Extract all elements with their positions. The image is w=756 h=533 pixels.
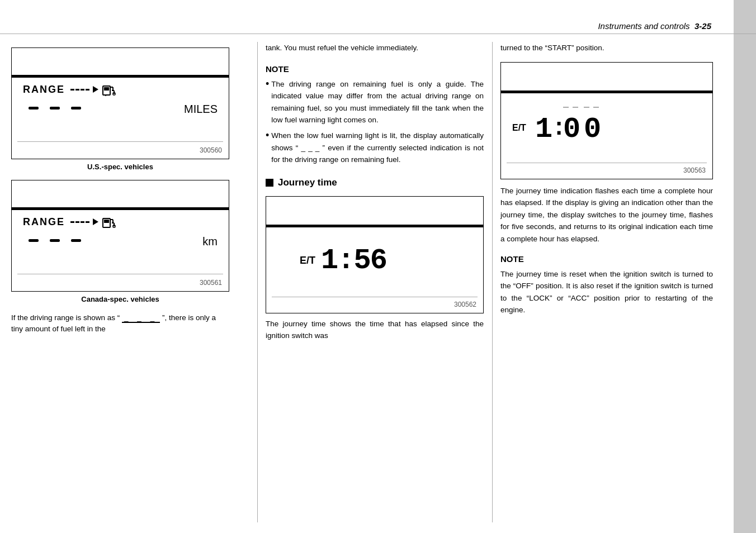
journey-title: Journey time	[266, 177, 484, 188]
left-column: RANGE MILE	[11, 42, 252, 335]
us-bottom-line	[17, 141, 223, 142]
journey-time-display: E/T 1:56	[300, 244, 472, 277]
us-range-arrow	[93, 86, 98, 93]
right-note-body: The journey time is reset when the ignit…	[500, 268, 713, 316]
journey-title-square	[266, 179, 273, 187]
ca-top-bar	[12, 207, 229, 210]
note-bullet-1: • The driving range on remaining fuel is…	[266, 78, 484, 126]
svg-rect-9	[104, 220, 109, 223]
ca-range-label: RANGE	[23, 216, 65, 228]
journey-time-value: 1:56	[321, 244, 386, 277]
right-time-value: 1 : 0 0	[531, 104, 620, 151]
bullet-dot-2: •	[266, 130, 269, 166]
ca-range-arrow	[93, 218, 98, 225]
ca-rd3	[81, 221, 84, 223]
note-bullet-2: • When the low fuel warning light is lit…	[266, 130, 484, 166]
column-divider-1	[257, 42, 258, 522]
us-unit-label: MILES	[184, 103, 218, 116]
right-sidebar-bar	[734, 0, 756, 533]
right-display-box: E/T 1 : 0 0	[500, 62, 713, 179]
ca-dot1	[29, 239, 39, 242]
right-lcd-digit1: 1	[535, 113, 554, 144]
header-title: Instruments and controls 3-25	[598, 21, 711, 31]
us-range-label: RANGE	[23, 84, 65, 96]
bullet-dot-1: •	[266, 78, 269, 126]
note-section: NOTE • The driving range on remaining fu…	[266, 64, 484, 166]
column-divider-2	[492, 42, 493, 522]
right-inner-bar	[501, 91, 712, 93]
ca-rd4	[86, 221, 89, 223]
us-dots-row	[29, 107, 81, 110]
rd1	[70, 89, 74, 91]
right-note-title: NOTE	[500, 254, 724, 264]
ca-code: 300561	[200, 279, 222, 287]
journey-inner-bar	[266, 225, 483, 227]
right-column: turned to the “START” position. E/T 1 : …	[500, 42, 724, 327]
journey-desc: The journey time shows the time that has…	[266, 318, 484, 342]
us-display-box: RANGE MILE	[11, 47, 229, 159]
svg-rect-1	[104, 87, 109, 91]
right-note-section: NOTE The journey time is reset when the …	[500, 254, 724, 316]
dot3	[71, 107, 81, 110]
rd3	[81, 89, 84, 91]
ca-range-row: RANGE	[23, 214, 116, 230]
ca-range-dashes	[70, 221, 89, 223]
ca-bottom-line	[17, 274, 223, 274]
journey-section: Journey time E/T 1:56 300562 The journey…	[266, 177, 484, 342]
note-title: NOTE	[266, 64, 484, 74]
note-bullet-1-text: The driving range on remaining fuel is o…	[271, 78, 484, 126]
ca-unit-label: km	[202, 235, 218, 248]
ca-dots-row	[29, 239, 81, 242]
left-bottom-text: If the driving range is shown as “ _ _ _…	[11, 312, 229, 335]
us-range-dashes	[70, 89, 89, 91]
mid-column: tank. You must refuel the vehicle immedi…	[266, 42, 484, 353]
us-code: 300560	[200, 146, 222, 154]
rd2	[75, 89, 79, 91]
us-spec-label: U.S.-spec. vehicles	[11, 163, 229, 171]
right-et-label: E/T	[512, 123, 526, 133]
right-top-text: turned to the “START” position.	[500, 42, 724, 54]
fuel-pump-icon	[102, 82, 116, 97]
right-desc: The journey time indication flashes each…	[500, 185, 713, 245]
ca-dot3	[71, 239, 81, 242]
ca-rd1	[70, 221, 74, 223]
right-lcd-digit2: 0	[563, 113, 582, 144]
journey-display-box: E/T 1:56 300562	[266, 196, 484, 313]
right-bottom-line	[507, 163, 707, 163]
journey-code: 300562	[454, 301, 476, 308]
right-time-area: E/T 1 : 0 0	[512, 104, 701, 151]
right-time-digits: 1 : 0 0	[531, 104, 620, 151]
journey-time-digits: 1:56	[321, 244, 386, 277]
bottom-text-part1: If the driving range is shown as “ _ _ _…	[11, 313, 216, 333]
ca-fuel-pump-icon	[102, 214, 116, 230]
right-lcd-digit3: 0	[584, 113, 602, 144]
journey-bottom-line	[272, 297, 478, 297]
ca-rd2	[75, 221, 79, 223]
rd4	[86, 89, 89, 91]
journey-et-label: E/T	[300, 255, 315, 266]
ca-spec-label: Canada-spec. vehicles	[11, 295, 229, 303]
right-lcd-display: 1 : 0 0	[531, 104, 620, 144]
journey-title-text: Journey time	[278, 177, 337, 188]
mid-top-text: tank. You must refuel the vehicle immedi…	[266, 42, 484, 54]
header-divider	[0, 34, 756, 34]
right-code: 300563	[683, 166, 706, 174]
ca-dot2	[50, 239, 60, 242]
us-range-row: RANGE	[23, 82, 116, 97]
note-body: • The driving range on remaining fuel is…	[266, 78, 484, 166]
note-bullet-2-text: When the low fuel warning light is lit, …	[271, 130, 484, 166]
dot2	[50, 107, 60, 110]
ca-display-box: RANGE km 300561	[11, 180, 229, 292]
us-top-bar	[12, 75, 229, 78]
dot1	[29, 107, 39, 110]
